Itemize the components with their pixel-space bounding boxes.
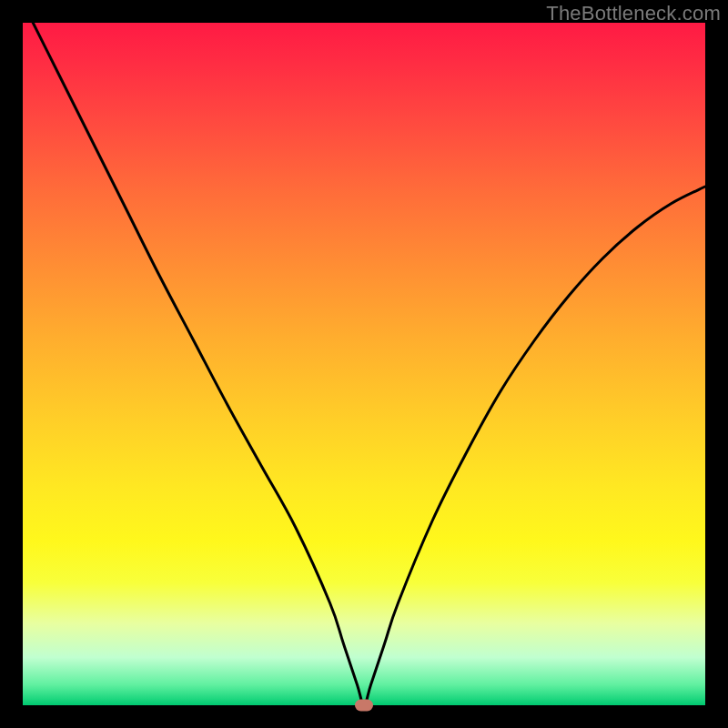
bottleneck-curve (23, 3, 705, 706)
chart-frame: TheBottleneck.com (0, 0, 728, 728)
curve-svg (23, 23, 705, 705)
watermark-label: TheBottleneck.com (546, 2, 721, 25)
chart-plot-area (23, 23, 705, 705)
optimal-point-marker (355, 700, 373, 712)
